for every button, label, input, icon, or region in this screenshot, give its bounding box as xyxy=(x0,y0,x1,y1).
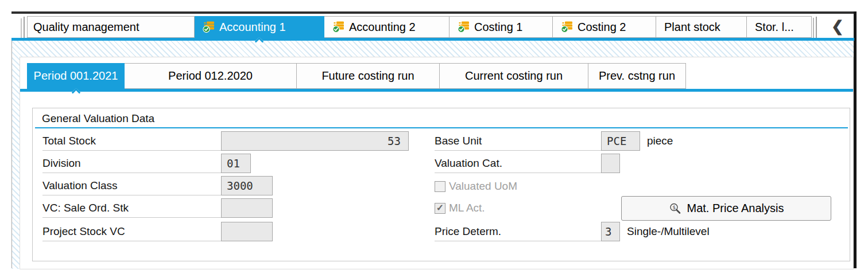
tab-label: Costing 1 xyxy=(474,21,523,34)
tab-label: Accounting 1 xyxy=(219,21,286,34)
division-label: Division xyxy=(42,154,221,173)
tabstrip-stack-edge-right xyxy=(813,18,814,38)
checkbox-row: Valuated UoM xyxy=(435,178,517,194)
field-row: Total Stock 53 xyxy=(33,131,409,151)
valuation-class-label: Valuation Class xyxy=(42,176,221,195)
mat-price-analysis-button[interactable]: $ Mat. Price Analysis xyxy=(621,196,831,221)
price-determ-field[interactable]: 3 xyxy=(601,222,620,241)
checkbox-row: ✓ ML Act. xyxy=(435,200,485,216)
tab-label: Costing 2 xyxy=(578,21,626,34)
subtab-label: Period 012.2020 xyxy=(168,69,253,83)
groupbox-title-rule xyxy=(35,127,848,128)
sap-material-master-screen: Quality management Accounting 1 xyxy=(0,0,868,278)
window-top-border xyxy=(11,11,855,14)
valuation-cat-field[interactable] xyxy=(601,154,620,173)
tab-label: Stor. l... xyxy=(755,21,794,34)
price-determ-description: Single-/Multilevel xyxy=(627,225,710,238)
ml-act-label: ML Act. xyxy=(449,202,485,214)
tab-storage-location[interactable]: Stor. l... xyxy=(747,16,812,38)
ml-act-checkbox[interactable]: ✓ xyxy=(435,203,445,214)
main-tab-underline xyxy=(11,38,854,41)
tabstrip-stack-edge-left xyxy=(24,17,25,38)
ml-act-group: ✓ ML Act. xyxy=(435,202,485,214)
tab-plant-stock[interactable]: Plant stock xyxy=(656,16,747,38)
subtab-label: Period 001.2021 xyxy=(34,69,118,83)
vc-sale-ord-stk-field[interactable] xyxy=(221,198,273,218)
tab-accounting-2[interactable]: Accounting 2 xyxy=(324,16,450,38)
field-row: Valuation Class 3000 xyxy=(33,176,273,195)
coins-checked-icon xyxy=(332,21,345,33)
project-stock-vc-label: Project Stock VC xyxy=(42,222,221,241)
field-row: VC: Sale Ord. Stk xyxy=(33,198,273,218)
coins-checked-icon xyxy=(561,21,574,33)
base-unit-label: Base Unit xyxy=(435,131,601,151)
total-stock-field[interactable]: 53 xyxy=(221,131,409,151)
subtab-period-001-2021[interactable]: Period 001.2021 xyxy=(27,63,125,89)
subtab-future-costing-run[interactable]: Future costing run xyxy=(297,63,440,89)
tab-costing-2[interactable]: Costing 2 xyxy=(553,16,656,38)
tab-label: Accounting 2 xyxy=(349,21,416,34)
valuated-uom-label: Valuated UoM xyxy=(449,180,517,193)
field-row: Division 01 xyxy=(33,154,251,173)
field-row: Base Unit PCE piece xyxy=(435,131,673,151)
field-row: Project Stock VC xyxy=(33,222,273,241)
subtab-label: Current costing run xyxy=(465,69,563,83)
accounting1-view-panel: Period 001.2021 Period 012.2020 Future c… xyxy=(20,57,854,269)
base-unit-description: piece xyxy=(647,135,673,147)
subtab-prev-cstng-run[interactable]: Prev. cstng run xyxy=(588,63,686,89)
tab-quality-management[interactable]: Quality management xyxy=(27,16,195,38)
division-field[interactable]: 01 xyxy=(221,154,251,173)
tabstrip-stack-edge-left xyxy=(21,18,22,38)
valuation-class-field[interactable]: 3000 xyxy=(221,176,273,195)
tab-label: Quality management xyxy=(33,21,140,34)
main-tabstrip: Quality management Accounting 1 xyxy=(27,16,812,38)
field-row: Price Determ. 3 Single-/Multilevel xyxy=(435,222,710,241)
coins-checked-icon xyxy=(458,21,470,33)
window-right-border xyxy=(854,11,857,268)
subtab-label: Prev. cstng run xyxy=(599,69,675,83)
period-subtabstrip: Period 001.2021 Period 012.2020 Future c… xyxy=(27,63,686,89)
sub-tab-underline xyxy=(20,89,853,92)
price-magnifier-icon: $ xyxy=(669,202,681,215)
coins-checked-icon xyxy=(203,21,215,33)
subtab-current-costing-run[interactable]: Current costing run xyxy=(440,63,588,89)
vc-sale-ord-stk-label: VC: Sale Ord. Stk xyxy=(42,198,221,218)
tabstrip-stack-edge-right xyxy=(816,17,817,38)
field-row: Valuation Cat. xyxy=(435,154,620,173)
tab-label: Plant stock xyxy=(664,21,720,34)
subtab-period-012-2020[interactable]: Period 012.2020 xyxy=(125,63,297,89)
tab-scroll-left-icon[interactable]: ❮ xyxy=(831,19,844,34)
subtab-label: Future costing run xyxy=(321,69,414,83)
tab-accounting-1[interactable]: Accounting 1 xyxy=(195,16,324,38)
valuated-uom-checkbox[interactable] xyxy=(435,181,445,192)
project-stock-vc-field[interactable] xyxy=(221,222,273,241)
general-valuation-data-groupbox: General Valuation Data Total Stock 53 Di… xyxy=(32,108,850,261)
total-stock-label: Total Stock xyxy=(42,131,221,151)
button-label: Mat. Price Analysis xyxy=(687,202,784,215)
price-determ-label: Price Determ. xyxy=(435,222,601,241)
svg-text:$: $ xyxy=(672,204,676,210)
valuation-cat-label: Valuation Cat. xyxy=(435,154,601,173)
groupbox-title: General Valuation Data xyxy=(42,112,154,125)
base-unit-field[interactable]: PCE xyxy=(601,131,640,151)
valuated-uom-group: Valuated UoM xyxy=(435,180,517,193)
tab-costing-1[interactable]: Costing 1 xyxy=(450,16,553,38)
